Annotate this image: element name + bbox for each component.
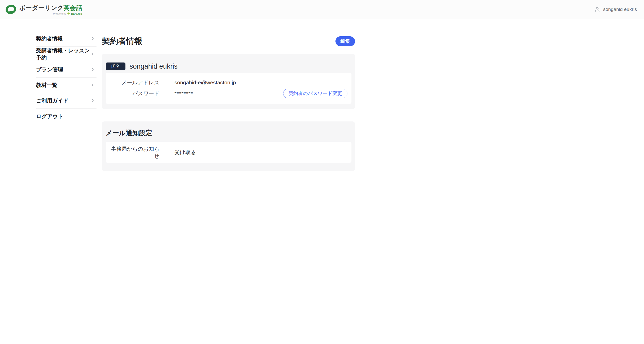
sidebar-item-label: 受講者情報・レッスン予約 (36, 47, 91, 61)
name-badge: 氏名 (106, 62, 125, 70)
header: ボーダーリンク 英会話 Produced by RareJob (0, 0, 644, 19)
logo-main-text: ボーダーリンク (19, 4, 63, 12)
logo-mark-icon (5, 4, 17, 15)
notification-table: 事務局からのお知らせ 受け取る (106, 142, 351, 163)
table-row: メールアドレス songahid-e@westacton.jp (106, 77, 351, 88)
contractor-name: songahid eukris (130, 62, 178, 70)
table-row: 事務局からのお知らせ 受け取る (106, 145, 351, 160)
chevron-right-icon (91, 51, 94, 57)
email-label: メールアドレス (106, 79, 167, 86)
main: 契約者情報 編集 氏名 songahid eukris メールアドレス song… (102, 31, 355, 171)
user-icon (594, 6, 601, 13)
sidebar-item-label: 契約者情報 (36, 35, 63, 42)
rarejob-brand-label: RareJob (71, 12, 82, 15)
notification-settings-title: メール通知設定 (106, 129, 351, 137)
sidebar-item-logout[interactable]: ログアウト (36, 108, 96, 124)
table-row: パスワード ******** 契約者のパスワード変更 (106, 88, 351, 99)
chevron-right-icon (91, 98, 94, 104)
content: 契約者情報 受講者情報・レッスン予約 プラン管理 教材一覧 (0, 19, 644, 171)
page: ボーダーリンク 英会話 Produced by RareJob (0, 0, 644, 344)
profile-info-table: メールアドレス songahid-e@westacton.jp パスワード **… (106, 73, 351, 104)
edit-button[interactable]: 編集 (335, 36, 355, 46)
logo-borderlink[interactable]: ボーダーリンク 英会話 Produced by RareJob (5, 4, 82, 15)
office-notice-label: 事務局からのお知らせ (106, 145, 167, 160)
sidebar-item-label: ログアウト (36, 113, 63, 120)
sidebar-item-materials-list[interactable]: 教材一覧 (36, 77, 96, 93)
chevron-right-icon (91, 67, 94, 73)
sidebar: 契約者情報 受講者情報・レッスン予約 プラン管理 教材一覧 (36, 31, 96, 171)
user-name: songahid eukris (603, 7, 637, 12)
rarejob-mark-icon (67, 12, 70, 15)
change-password-button[interactable]: 契約者のパスワード変更 (283, 89, 347, 98)
page-title: 契約者情報 (102, 36, 142, 47)
notification-card: メール通知設定 事務局からのお知らせ 受け取る (102, 121, 355, 171)
sidebar-item-usage-guide[interactable]: ご利用ガイド (36, 93, 96, 108)
sidebar-item-contractor-info[interactable]: 契約者情報 (36, 31, 96, 46)
sidebar-item-label: 教材一覧 (36, 82, 57, 89)
office-notice-value: 受け取る (167, 149, 196, 156)
sidebar-item-label: ご利用ガイド (36, 97, 69, 104)
sidebar-item-plan-management[interactable]: プラン管理 (36, 62, 96, 77)
name-row: 氏名 songahid eukris (106, 62, 351, 70)
column-divider (167, 73, 167, 104)
profile-card: 氏名 songahid eukris メールアドレス songahid-e@we… (102, 54, 355, 109)
password-label: パスワード (106, 90, 167, 97)
title-row: 契約者情報 編集 (102, 36, 355, 46)
produced-by-label: Produced by (53, 12, 66, 15)
email-value: songahid-e@westacton.jp (167, 80, 236, 86)
column-divider (167, 142, 167, 163)
chevron-right-icon (91, 36, 94, 42)
sidebar-item-student-info-lesson-booking[interactable]: 受講者情報・レッスン予約 (36, 46, 96, 62)
logo-text: ボーダーリンク 英会話 Produced by RareJob (19, 4, 82, 15)
sidebar-item-label: プラン管理 (36, 66, 63, 73)
user-menu[interactable]: songahid eukris (594, 6, 637, 13)
logo-accent-text: 英会話 (63, 4, 82, 12)
chevron-right-icon (91, 82, 94, 88)
password-value: ******** (167, 90, 193, 97)
